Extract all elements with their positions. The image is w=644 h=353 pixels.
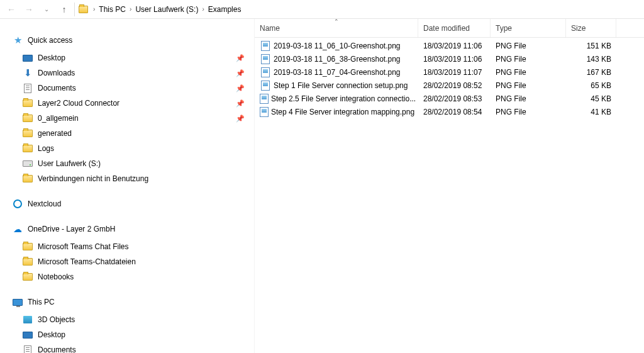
nav-item[interactable]: Logs bbox=[9, 141, 254, 156]
nav-item-label: generated bbox=[38, 129, 254, 138]
nav-item[interactable]: ⬇Downloads📌 bbox=[9, 65, 254, 81]
nav-item[interactable]: Microsoft Teams Chat Files bbox=[9, 239, 254, 254]
file-name: 2019-03-18 11_06_10-Greenshot.png bbox=[274, 42, 401, 50]
breadcrumb-part[interactable]: Examples bbox=[206, 4, 244, 15]
desktop-icon bbox=[21, 328, 34, 341]
folder-icon bbox=[21, 255, 34, 268]
nav-item-label: Microsoft Teams Chat Files bbox=[38, 242, 254, 251]
nav-item[interactable]: Desktop bbox=[9, 327, 254, 342]
nav-item[interactable]: User Laufwerk (S:) bbox=[9, 156, 254, 171]
nav-item[interactable]: 3D Objects bbox=[9, 312, 254, 327]
chevron-right-icon[interactable]: › bbox=[128, 6, 133, 13]
nav-item[interactable]: generated bbox=[9, 126, 254, 141]
nav-item-label: Layer2 Cloud Connector bbox=[38, 99, 233, 108]
file-date-cell: 28/02/2019 08:54 bbox=[418, 108, 491, 116]
address-toolbar: ← → ⌄ ↑ › This PC › User Laufwerk (S:) ›… bbox=[0, 0, 644, 19]
file-list-pane: Name ⌃ Date modified Type Size 2019-03-1… bbox=[255, 19, 644, 353]
nav-item[interactable]: Documents📌 bbox=[9, 81, 254, 96]
nav-item[interactable]: 0_allgemein📌 bbox=[9, 111, 254, 126]
file-name-cell: Step 1 File Server connection setup.png bbox=[255, 81, 418, 91]
up-button[interactable]: ↑ bbox=[55, 1, 73, 18]
column-header-name[interactable]: Name ⌃ bbox=[255, 19, 418, 37]
breadcrumb-part[interactable]: User Laufwerk (S:) bbox=[133, 4, 201, 15]
nav-item-label: Documents bbox=[38, 84, 233, 92]
nav-item-label: Desktop bbox=[38, 330, 254, 339]
column-label: Size bbox=[571, 24, 586, 33]
file-type-cell: PNG File bbox=[491, 81, 566, 90]
column-label: Type bbox=[496, 24, 512, 33]
file-name: 2019-03-18 11_06_38-Greenshot.png bbox=[274, 55, 401, 64]
file-row[interactable]: 2019-03-18 11_06_38-Greenshot.png18/03/2… bbox=[255, 52, 644, 65]
file-size-cell: 65 KB bbox=[566, 81, 616, 90]
nav-onedrive[interactable]: ☁OneDrive - Layer 2 GmbH bbox=[9, 221, 254, 237]
column-header-date[interactable]: Date modified bbox=[418, 19, 491, 37]
nav-quick-access-icon: ★ bbox=[11, 34, 24, 47]
downloads-icon: ⬇ bbox=[21, 67, 34, 79]
nav-item-label: 0_allgemein bbox=[38, 114, 233, 123]
nav-item[interactable]: Notebooks bbox=[9, 269, 254, 284]
column-headers: Name ⌃ Date modified Type Size bbox=[255, 19, 644, 38]
pin-icon: 📌 bbox=[233, 69, 248, 77]
nav-item-label: Downloads bbox=[38, 69, 233, 77]
folder-icon bbox=[21, 97, 34, 109]
pin-icon: 📌 bbox=[233, 115, 248, 123]
file-name-cell: Step 4 File Server integration mapping.p… bbox=[255, 107, 418, 117]
file-row[interactable]: Step 2.5 File Server integration connect… bbox=[255, 92, 644, 105]
file-type-cell: PNG File bbox=[491, 55, 566, 64]
file-type-cell: PNG File bbox=[491, 68, 566, 77]
breadcrumb-part[interactable]: This PC bbox=[96, 4, 128, 15]
file-row[interactable]: Step 1 File Server connection setup.png2… bbox=[255, 79, 644, 92]
nav-item-label: Verbindungen nicht in Benutzung bbox=[38, 174, 254, 183]
nav-onedrive-icon: ☁ bbox=[11, 223, 24, 235]
file-name: Step 4 File Server integration mapping.p… bbox=[271, 108, 414, 116]
nav-this-pc[interactable]: This PC bbox=[9, 294, 254, 310]
nav-item[interactable]: Verbindungen nicht in Benutzung bbox=[9, 171, 254, 186]
file-row[interactable]: 2019-03-18 11_07_04-Greenshot.png18/03/2… bbox=[255, 65, 644, 79]
folder-icon bbox=[21, 142, 34, 155]
file-rows: 2019-03-18 11_06_10-Greenshot.png18/03/2… bbox=[255, 38, 644, 118]
folder-icon bbox=[21, 172, 34, 185]
file-size-cell: 167 KB bbox=[566, 68, 616, 77]
png-file-icon bbox=[260, 67, 271, 77]
nav-nextcloud-icon bbox=[11, 198, 24, 210]
chevron-right-icon[interactable]: › bbox=[92, 6, 96, 13]
forward-button[interactable]: → bbox=[20, 1, 38, 18]
nav-quick-access-label: Quick access bbox=[28, 36, 254, 45]
file-row[interactable]: Step 4 File Server integration mapping.p… bbox=[255, 105, 644, 118]
nav-item[interactable]: Layer2 Cloud Connector📌 bbox=[9, 96, 254, 111]
nav-quick-access[interactable]: ★Quick access bbox=[9, 33, 254, 48]
file-name: Step 1 File Server connection setup.png bbox=[274, 81, 408, 90]
navigation-pane: ★Quick accessDesktop📌⬇Downloads📌Document… bbox=[0, 19, 255, 353]
nav-item-label: Desktop bbox=[38, 53, 233, 62]
pin-icon: 📌 bbox=[233, 99, 248, 108]
file-row[interactable]: 2019-03-18 11_06_10-Greenshot.png18/03/2… bbox=[255, 39, 644, 52]
file-date-cell: 28/02/2019 08:53 bbox=[418, 94, 491, 103]
column-label: Name bbox=[260, 24, 280, 33]
column-header-type[interactable]: Type bbox=[491, 19, 566, 37]
column-label: Date modified bbox=[423, 24, 470, 33]
png-file-icon bbox=[260, 54, 271, 64]
nav-item[interactable]: Microsoft Teams-Chatdateien bbox=[9, 254, 254, 269]
back-button[interactable]: ← bbox=[3, 1, 20, 18]
nav-item-label: Notebooks bbox=[38, 272, 254, 281]
file-type-cell: PNG File bbox=[491, 42, 566, 50]
nav-item[interactable]: Documents bbox=[9, 342, 254, 353]
address-folder-icon[interactable] bbox=[74, 3, 88, 16]
folder-icon bbox=[21, 240, 34, 253]
file-name-cell: 2019-03-18 11_06_10-Greenshot.png bbox=[255, 41, 418, 51]
nav-item[interactable]: Desktop📌 bbox=[9, 50, 254, 65]
recent-locations-dropdown[interactable]: ⌄ bbox=[38, 1, 55, 18]
document-icon bbox=[21, 82, 34, 94]
drive-icon bbox=[21, 157, 34, 170]
nav-nextcloud-label: Nextcloud bbox=[28, 199, 254, 208]
file-size-cell: 143 KB bbox=[566, 55, 616, 64]
chevron-right-icon[interactable]: › bbox=[201, 6, 205, 13]
breadcrumb[interactable]: › This PC › User Laufwerk (S:) › Example… bbox=[89, 2, 641, 17]
folder-icon bbox=[21, 112, 34, 125]
nav-nextcloud[interactable]: Nextcloud bbox=[9, 196, 254, 211]
column-header-size[interactable]: Size bbox=[566, 19, 616, 37]
desktop-icon bbox=[21, 52, 34, 64]
nav-item-label: User Laufwerk (S:) bbox=[38, 159, 254, 168]
document-icon bbox=[21, 344, 34, 353]
file-size-cell: 41 KB bbox=[566, 108, 616, 116]
